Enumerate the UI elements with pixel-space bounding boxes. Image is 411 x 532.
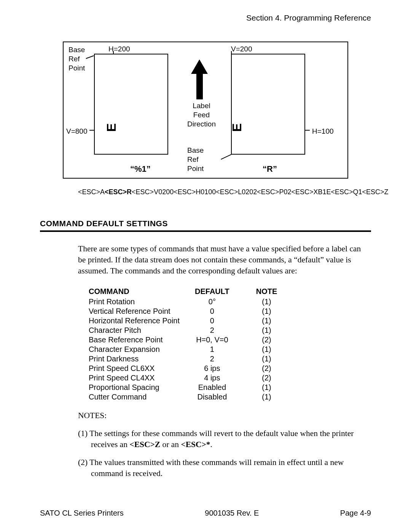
note-text: . xyxy=(210,440,212,449)
note-bold: <ESC>Z xyxy=(129,440,160,449)
col-default: DEFAULT xyxy=(195,287,256,297)
table-row: Character Pitch2(1) xyxy=(89,326,292,335)
cell: Proportional Spacing xyxy=(89,383,195,392)
cell: 1 xyxy=(195,345,256,354)
table-row: Print Darkness2(1) xyxy=(89,354,292,364)
right-rect xyxy=(231,54,305,155)
code-part: <ESC>A xyxy=(78,188,105,196)
esc-code-line: <ESC>A<ESC>R<ESC>V0200<ESC>H0100<ESC>L02… xyxy=(78,188,371,196)
cell: 0 xyxy=(195,316,256,326)
cell: H=0, V=0 xyxy=(195,335,256,345)
cell: 6 ips xyxy=(195,364,256,373)
cell: Print Speed CL4XX xyxy=(89,373,195,383)
connector-line xyxy=(86,55,94,59)
cell: 4 ips xyxy=(195,373,256,383)
cell: (1) xyxy=(256,316,293,326)
cell: 0° xyxy=(195,297,256,307)
page-section-header: Section 4. Programming Reference xyxy=(40,13,371,22)
cell: Character Expansion xyxy=(89,345,195,354)
e-glyph-left: E xyxy=(104,124,119,132)
cell: (1) xyxy=(256,345,293,354)
cell: 0 xyxy=(195,307,256,316)
cell: Horizontal Reference Point xyxy=(89,316,195,326)
cell: (1) xyxy=(256,326,293,335)
table-row: Character Expansion1(1) xyxy=(89,345,292,354)
cell: Base Reference Point xyxy=(89,335,195,345)
page-footer: SATO CL Series Printers 9001035 Rev. E P… xyxy=(40,509,371,518)
diagram-container: E E Base Ref Point H=200 V=200 Label Fee… xyxy=(63,42,348,179)
cell: (2) xyxy=(256,364,293,373)
footer-left: SATO CL Series Printers xyxy=(40,509,124,518)
cell: (2) xyxy=(256,335,293,345)
cell: Cutter Command xyxy=(89,392,195,402)
cell: Character Pitch xyxy=(89,326,195,335)
notes-label: NOTES: xyxy=(78,411,371,420)
connector-line xyxy=(89,130,94,131)
connector-line xyxy=(305,130,310,131)
note-2: (2) The values transmitted with these co… xyxy=(78,457,356,479)
table-row: Print Rotation0°(1) xyxy=(89,297,292,307)
cell: Enabled xyxy=(195,383,256,392)
cell: (2) xyxy=(256,373,293,383)
cell: (1) xyxy=(256,383,293,392)
cell: Disabled xyxy=(195,392,256,402)
cell: Print Speed CL6XX xyxy=(89,364,195,373)
cell: Print Darkness xyxy=(89,354,195,364)
note-1: (1) The settings for these commands will… xyxy=(78,428,356,450)
cell: 2 xyxy=(195,354,256,364)
base-ref-label-2: Base Ref Point xyxy=(187,146,204,173)
left-rect xyxy=(94,54,168,155)
note-bold: <ESC>* xyxy=(181,440,210,449)
table-row: Base Reference PointH=0, V=0(2) xyxy=(89,335,292,345)
table-row: Cutter CommandDisabled(1) xyxy=(89,392,292,402)
arrow-shaft xyxy=(196,73,203,99)
cell: (1) xyxy=(256,297,293,307)
h200-label: H=200 xyxy=(108,45,130,54)
table-row: Print Speed CL4XX4 ips(2) xyxy=(89,373,292,383)
table-row: Proportional SpacingEnabled(1) xyxy=(89,383,292,392)
note-text: or an xyxy=(160,440,181,449)
arrow-head xyxy=(191,59,208,74)
cell: (1) xyxy=(256,392,293,402)
col-command: COMMAND xyxy=(89,287,195,297)
v800-label: V=800 xyxy=(66,127,87,136)
right-title: “R” xyxy=(263,164,277,174)
table-row: Horizontal Reference Point0(1) xyxy=(89,316,292,326)
label-feed-label: Label Feed Direction xyxy=(187,101,216,128)
table-row: Vertical Reference Point0(1) xyxy=(89,307,292,316)
footer-right: Page 4-9 xyxy=(340,509,371,518)
cell: Vertical Reference Point xyxy=(89,307,195,316)
v200-label: V=200 xyxy=(231,45,252,54)
col-note: NOTE xyxy=(256,287,293,297)
e-glyph-right: E xyxy=(229,124,244,132)
code-part: <ESC>V0200<ESC>H0100<ESC>L0202<ESC>P02<E… xyxy=(132,188,388,196)
code-bold: <ESC>R xyxy=(105,188,132,196)
footer-center: 9001035 Rev. E xyxy=(205,509,259,518)
h100-label: H=100 xyxy=(312,127,334,136)
base-ref-label-1: Base Ref Point xyxy=(68,45,85,72)
cell: Print Rotation xyxy=(89,297,195,307)
connector-line xyxy=(221,154,231,160)
defaults-table: COMMAND DEFAULT NOTE Print Rotation0°(1)… xyxy=(89,287,292,402)
section-title: COMMAND DEFAULT SETTINGS xyxy=(40,219,371,232)
table-row: Print Speed CL6XX6 ips(2) xyxy=(89,364,292,373)
cell: (1) xyxy=(256,307,293,316)
table-header-row: COMMAND DEFAULT NOTE xyxy=(89,287,292,297)
cell: 2 xyxy=(195,326,256,335)
cell: (1) xyxy=(256,354,293,364)
note-text: (1) The settings for these commands will… xyxy=(78,429,354,449)
intro-paragraph: There are some types of commands that mu… xyxy=(78,243,367,276)
left-title: “%1” xyxy=(130,164,151,174)
